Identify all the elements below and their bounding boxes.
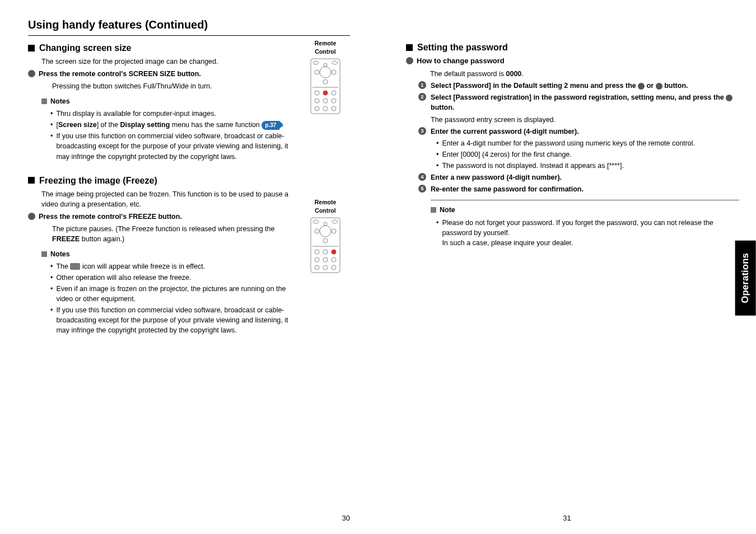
step-number-icon: 3: [418, 127, 426, 135]
note-item: • The icon will appear while freeze is i…: [50, 261, 297, 271]
svg-point-27: [315, 250, 319, 254]
side-tab-operations: Operations: [735, 241, 756, 316]
svg-point-11: [332, 91, 336, 95]
svg-point-16: [323, 106, 328, 111]
intro-text: The screen size for the projected image …: [41, 57, 297, 67]
step-sub-item: •The password is not displayed. Instead …: [436, 161, 739, 171]
press-description: The picture pauses. (The Freeze function…: [52, 224, 297, 244]
step-sub-item: •Enter a 4-digit number for the password…: [436, 138, 739, 148]
page-number: 31: [563, 513, 571, 524]
press-instruction: Press the remote control's SCREEN SIZE b…: [28, 69, 297, 79]
svg-point-31: [323, 257, 328, 262]
remote-control-figure: Remote Control: [308, 198, 343, 276]
section-heading-screen-size: Changing screen size: [28, 41, 297, 54]
page-number: 30: [342, 513, 350, 524]
svg-point-7: [332, 61, 338, 64]
square-bullet-icon: [406, 44, 413, 51]
notes-heading: Notes: [41, 96, 297, 106]
svg-point-2: [315, 70, 319, 74]
note-item: •If you use this function on commercial …: [50, 131, 297, 161]
step-3: 3 Enter the current password (4-digit nu…: [418, 127, 739, 137]
filled-circle-icon: [28, 70, 35, 77]
step-1: 1 Select [Password] in the Default setti…: [418, 81, 739, 91]
right-button-icon: [656, 83, 662, 90]
svg-point-33: [315, 265, 319, 270]
remote-control-icon: [310, 58, 340, 114]
svg-point-21: [332, 229, 336, 233]
note-item: •Even if an image is frozen on the proje…: [50, 284, 297, 304]
note-square-icon: [431, 207, 436, 213]
step-number-icon: 4: [418, 173, 426, 181]
step-number-icon: 5: [418, 185, 426, 193]
step-4: 4 Enter a new password (4-digit number).: [418, 172, 739, 182]
note-square-icon: [41, 99, 47, 104]
svg-point-22: [324, 222, 327, 226]
note-item: •Other operation will also release the f…: [50, 273, 297, 283]
svg-point-29: [332, 250, 336, 254]
svg-point-5: [323, 79, 328, 84]
svg-point-15: [315, 106, 319, 111]
note-square-icon: [41, 251, 47, 257]
step-description: The password entry screen is displayed.: [431, 115, 739, 125]
svg-point-30: [315, 257, 319, 262]
svg-point-10: [323, 91, 328, 95]
step-sub-item: •Enter [0000] (4 zeros) for the first ch…: [436, 149, 739, 160]
note-heading: Note: [431, 205, 739, 215]
svg-point-24: [313, 220, 319, 223]
remote-control-figure: Remote Control: [308, 39, 343, 117]
sub-heading: How to change password: [406, 56, 739, 67]
svg-point-9: [315, 91, 319, 95]
section-heading-freeze: Freezing the image (Freeze): [28, 174, 297, 187]
svg-point-32: [332, 257, 336, 262]
svg-point-28: [323, 250, 328, 254]
svg-point-35: [332, 265, 336, 270]
svg-point-14: [332, 99, 336, 103]
freeze-icon: [70, 263, 80, 270]
svg-point-20: [315, 229, 319, 233]
svg-rect-18: [311, 218, 340, 273]
remote-control-icon: [310, 217, 340, 273]
step-5: 5 Re-enter the same password for confirm…: [418, 184, 739, 194]
svg-point-12: [315, 99, 319, 103]
svg-point-23: [323, 238, 328, 243]
intro-text: The image being projected can be frozen.…: [41, 189, 297, 209]
square-bullet-icon: [28, 177, 35, 184]
svg-point-4: [324, 63, 327, 67]
page-reference-badge[interactable]: p.37: [262, 121, 279, 130]
svg-point-1: [320, 67, 331, 78]
svg-rect-0: [311, 59, 340, 114]
note-item: • [Screen size] of the Display setting m…: [50, 120, 297, 130]
note-item: •If you use this function on commercial …: [50, 305, 297, 335]
step-number-icon: 2: [418, 93, 426, 101]
enter-button-icon: [638, 83, 645, 90]
svg-point-6: [313, 61, 319, 64]
page-title: Using handy features (Continued): [28, 17, 350, 36]
filled-circle-icon: [28, 213, 35, 220]
svg-point-34: [323, 265, 328, 270]
default-password-text: The default password is 0000.: [430, 69, 739, 79]
svg-point-19: [320, 226, 331, 237]
square-bullet-icon: [28, 45, 35, 51]
step-2: 2 Select [Password registration] in the …: [418, 92, 739, 113]
svg-point-3: [332, 70, 336, 74]
enter-button-icon: [726, 95, 732, 101]
filled-circle-icon: [406, 57, 413, 64]
note-item: • Please do not forget your password. If…: [436, 218, 739, 248]
section-heading-password: Setting the password: [406, 41, 739, 54]
press-instruction: Press the remote control's FREEZE button…: [28, 212, 297, 222]
svg-point-17: [332, 106, 336, 111]
svg-point-25: [332, 220, 338, 223]
notes-heading: Notes: [41, 249, 297, 259]
press-description: Pressing the button switches Full/Thru/W…: [52, 81, 297, 91]
svg-point-13: [323, 99, 328, 103]
step-number-icon: 1: [418, 81, 426, 89]
note-item: •Thru display is available for computer-…: [50, 109, 297, 119]
